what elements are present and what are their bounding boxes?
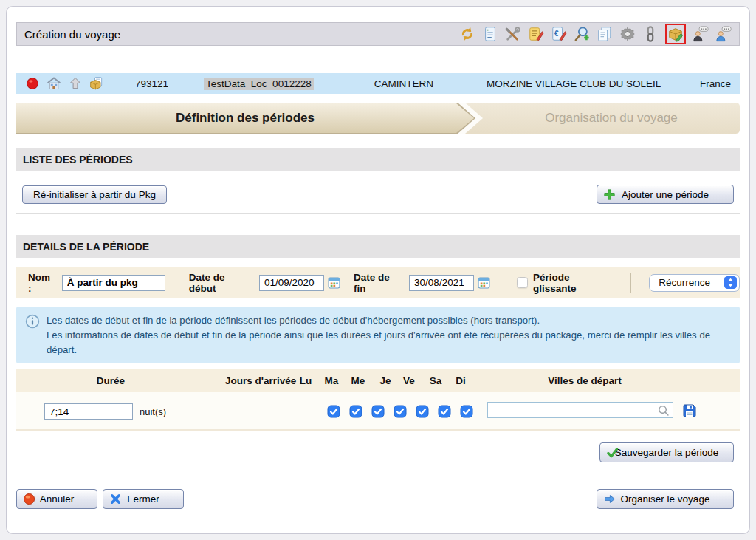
add-period-label: Ajouter une période [622,189,709,200]
select-stepper-icon [724,276,737,289]
day-header-ve: Ve [399,375,419,386]
day-header-di: Di [451,375,470,386]
day-header-me: Me [348,375,368,386]
notepad-pen-icon[interactable] [528,26,544,42]
footer-divider [16,479,740,479]
duree-header: Durée [66,375,155,386]
copy-icon[interactable] [597,26,613,42]
add-period-button[interactable]: Ajouter une période [597,185,734,204]
period-form-row: Nom : Date de début Date de fin Période … [16,267,740,298]
liste-buttons-row: Ré-initialiser à partir du Pkg Ajouter u… [16,185,740,204]
section-liste-periodes: LISTE DES PÉRIODES [16,148,740,171]
date-fin-label: Date de fin [354,272,404,294]
villes-depart-search [487,402,673,418]
tab-definition-periodes[interactable]: Définition des périodes [16,103,474,133]
villes-depart-input[interactable] [487,402,673,418]
person-comment-dark-icon[interactable] [693,26,709,42]
status-red-icon [25,76,40,91]
period-table-row: nuit(s) [16,392,740,431]
save-period-row: Sauvegarder la période [16,442,740,462]
organiser-voyage-label: Organiser le voyage [621,493,710,505]
section-divider [16,213,740,214]
fermer-label: Fermer [127,493,159,505]
section-details-title: DETAILS DE LA PÉRIODE [23,241,149,253]
cancel-red-icon [23,493,35,505]
calendar-icon[interactable] [478,276,490,289]
wizard-tabs: Définition des périodes Organisation du … [16,103,740,134]
nuit-suffix-label: nuit(s) [140,406,166,417]
day-checkbox-lu[interactable] [327,405,340,418]
creation-voyage-window: Création du voyage € 793121 TestData_Loc… [6,6,750,534]
tab-definition-label: Définition des périodes [176,111,315,126]
day-header-ma: Ma [322,375,341,386]
reset-from-pkg-button[interactable]: Ré-initialiser à partir du Pkg [22,185,167,204]
tab-organisation-voyage[interactable]: Organisation du voyage [483,103,740,134]
search-icon [657,404,670,417]
recurrence-selected-value: Récurrence [659,277,710,288]
info-line-1: Les dates de début et fin de la période … [47,313,731,328]
day-checkbox-di[interactable] [460,405,473,418]
info-text: Les dates de début et fin de la période … [47,313,731,357]
link-icon[interactable] [642,26,659,42]
search-add-icon[interactable] [574,26,590,42]
duree-input[interactable] [44,403,133,420]
person-comment-blue-icon[interactable] [715,26,732,42]
save-period-label: Sauvegarder la période [615,447,718,458]
up-arrow-icon[interactable] [68,76,83,91]
recurrence-select[interactable]: Récurrence [649,274,740,292]
annuler-button[interactable]: Annuler [16,489,97,509]
period-table-header: Durée Jours d'arrivée : Lu Ma Me Je Ve S… [16,369,740,392]
euro-document-pen-icon[interactable]: € [551,26,567,42]
nom-input[interactable] [62,275,165,291]
date-debut-label: Date de début [189,272,254,294]
fermer-button[interactable]: Fermer [103,489,184,509]
record-bar-icons [25,76,104,91]
day-header-je: Je [376,375,395,386]
section-liste-title: LISTE DES PÉRIODES [23,154,133,165]
notes-document-icon[interactable] [482,26,498,42]
toolbar: € [459,24,732,44]
vertical-separator [630,273,631,293]
day-checkbox-ma[interactable] [349,405,362,418]
plus-icon [603,188,616,201]
nom-label: Nom : [28,272,56,294]
day-checkbox-ve[interactable] [416,405,429,418]
page-title: Création du voyage [24,28,120,41]
gear-icon[interactable] [619,26,636,42]
day-checkbox-je[interactable] [394,405,407,418]
day-checkbox-me[interactable] [371,405,385,418]
record-code: TestData_Loc_0012228 [204,78,314,90]
arrow-right-icon [603,493,616,505]
date-debut-input[interactable] [259,275,324,291]
periode-glissante-label: Période glissante [533,272,614,294]
tools-icon[interactable] [505,26,521,42]
refresh-icon[interactable] [459,26,475,42]
package-edit-icon[interactable] [665,24,686,44]
footer-buttons-row: Annuler Fermer Organiser le voyage [16,489,740,509]
date-fin-input[interactable] [409,275,474,291]
info-icon [25,314,40,329]
tab-organisation-label: Organisation du voyage [545,111,678,126]
save-row-icon[interactable] [682,403,697,418]
day-checkbox-sa[interactable] [438,405,451,418]
day-header-lu: Lu [296,375,315,386]
annuler-label: Annuler [40,493,75,505]
record-id: 793121 [135,78,168,89]
record-intern-code: CAMINTERN [374,78,433,89]
record-name: MORZINE VILLAGE CLUB DU SOLEIL [487,78,661,89]
info-line-2: Les informations de dates de début et fi… [47,328,731,358]
info-message-box: Les dates de début et fin de la période … [16,307,740,363]
organiser-voyage-button[interactable]: Organiser le voyage [597,489,734,509]
villes-depart-header: Villes de départ [526,375,644,386]
calendar-icon[interactable] [328,276,340,289]
periode-glissante-checkbox[interactable] [517,277,528,288]
close-x-icon [109,493,122,505]
jours-arrivee-header: Jours d'arrivée : [225,375,303,386]
section-details-periode: DETAILS DE LA PÉRIODE [16,235,740,258]
title-bar: Création du voyage € [16,22,740,46]
record-bar: 793121 TestData_Loc_0012228 CAMINTERN MO… [16,73,740,94]
save-period-button[interactable]: Sauvegarder la période [599,442,734,462]
house-icon[interactable] [47,76,61,91]
day-header-sa: Sa [426,375,445,386]
package-document-icon[interactable] [89,76,104,91]
